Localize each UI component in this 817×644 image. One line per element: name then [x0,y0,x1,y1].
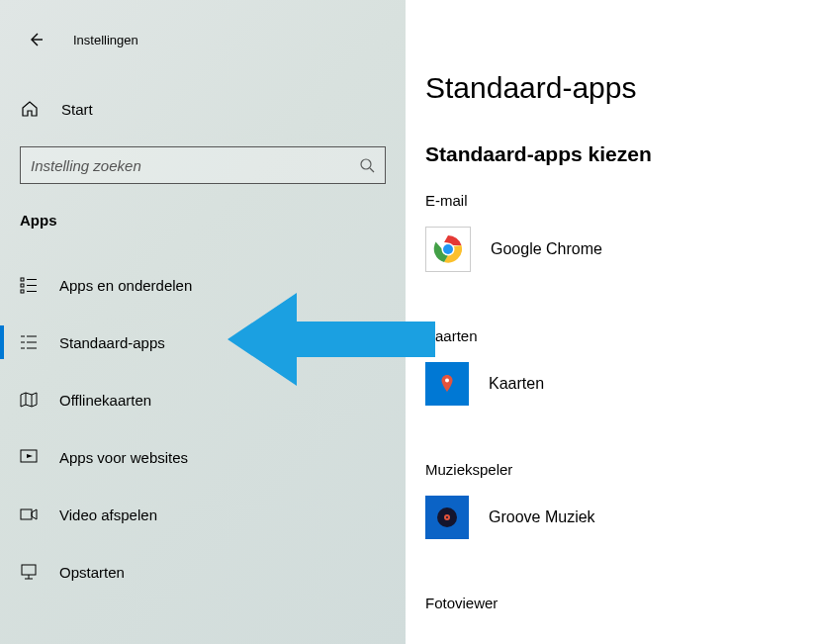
home-nav[interactable]: Start [0,59,406,129]
category-label-maps: Kaarten [425,327,817,344]
search-input[interactable] [21,157,359,174]
search-box[interactable] [20,146,386,184]
svg-point-26 [443,244,453,254]
svg-point-0 [361,159,371,169]
category-label-email: E-mail [425,192,817,209]
sidebar-item-label: Offlinekaarten [59,392,151,409]
svg-marker-17 [27,454,33,458]
svg-rect-4 [21,290,24,293]
category-label-music: Muziekspeler [425,461,817,478]
back-button[interactable] [20,24,51,55]
sidebar-item-label: Opstarten [59,564,125,581]
default-app-row-maps[interactable]: Kaarten [425,362,817,406]
default-app-name: Google Chrome [491,240,602,258]
svg-line-1 [370,168,374,172]
svg-rect-3 [21,284,24,287]
svg-marker-23 [227,293,435,386]
sidebar-item-label: Apps voor websites [59,449,188,466]
default-app-name: Groove Muziek [489,508,595,526]
svg-point-30 [446,516,448,518]
chrome-icon [425,227,471,272]
svg-rect-20 [22,565,36,575]
sidebar-item-apps-for-websites[interactable]: Apps voor websites [0,428,406,486]
list-icon [20,276,38,294]
svg-rect-2 [21,278,24,281]
sidebar-item-video-playback[interactable]: Video afspelen [0,486,406,543]
main-pane: Standaard-apps Standaard-apps kiezen E-m… [425,0,817,644]
sidebar-item-label: Video afspelen [59,506,157,523]
section-label: Apps [0,184,406,229]
window-title: Instellingen [73,33,138,47]
sidebar-item-startup[interactable]: Opstarten [0,543,406,600]
annotation-arrow [227,290,435,389]
search-icon [359,157,375,173]
svg-point-27 [445,379,449,383]
video-icon [20,506,38,523]
default-apps-icon [20,333,38,351]
website-icon [20,448,38,466]
page-subheading: Standaard-apps kiezen [425,142,817,166]
sidebar-item-label: Standaard-apps [59,334,165,351]
groove-music-icon [425,496,469,539]
default-app-row-email[interactable]: Google Chrome [425,227,817,272]
home-label: Start [61,101,93,118]
svg-marker-19 [32,509,37,519]
sidebar-item-label: Apps en onderdelen [59,277,192,294]
category-label-photos: Fotoviewer [425,595,817,611]
arrow-left-icon [28,32,44,47]
page-heading: Standaard-apps [425,71,817,105]
default-app-name: Kaarten [489,375,544,393]
home-icon [20,99,40,119]
svg-rect-18 [21,509,32,519]
map-icon [20,391,38,409]
startup-icon [20,563,38,581]
default-app-row-music[interactable]: Groove Muziek [425,496,817,539]
title-bar: Instellingen [0,0,406,59]
